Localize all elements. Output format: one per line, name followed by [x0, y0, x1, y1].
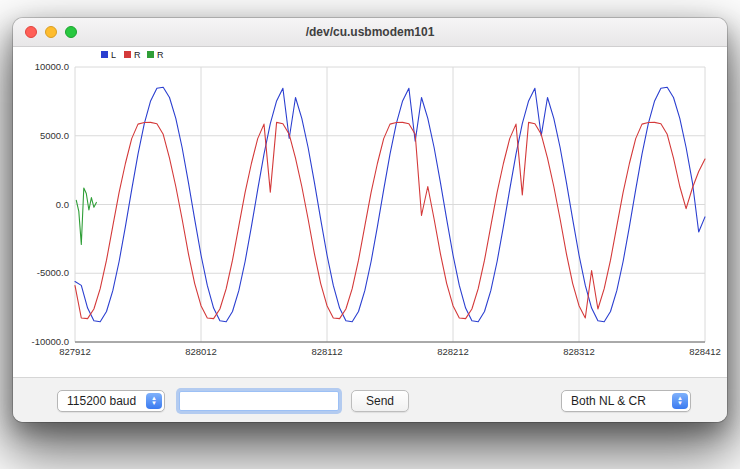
- plot-area: 8279128280128281128282128283128284121000…: [13, 47, 727, 377]
- y-tick-label: 0.0: [56, 199, 69, 210]
- y-tick-label: 10000.0: [35, 61, 69, 72]
- x-tick-label: 828112: [312, 346, 343, 357]
- x-tick-label: 828012: [185, 346, 217, 357]
- x-tick-label: 828412: [689, 346, 721, 357]
- x-tick-label: 827912: [59, 346, 91, 357]
- close-button[interactable]: [25, 26, 37, 38]
- x-tick-label: 828312: [563, 346, 595, 357]
- legend-swatch: [124, 51, 131, 58]
- popup-updown-arrows-icon: ▲▼: [146, 393, 162, 409]
- line-ending-value: Both NL & CR: [562, 394, 672, 408]
- baud-rate-select[interactable]: 115200 baud ▲▼: [57, 390, 165, 412]
- baud-rate-value: 115200 baud: [58, 394, 146, 408]
- bottom-controls-bar: 115200 baud ▲▼ Send Both NL & CR ▲▼: [13, 377, 727, 422]
- y-tick-label: 5000.0: [40, 130, 69, 141]
- legend-swatch: [101, 51, 108, 58]
- popup-updown-arrows-icon: ▲▼: [672, 393, 688, 409]
- desktop-background: /dev/cu.usbmodem101 82791282801282811282…: [0, 0, 740, 469]
- x-tick-label: 828212: [437, 346, 469, 357]
- send-button[interactable]: Send: [351, 390, 409, 412]
- minimize-button[interactable]: [45, 26, 57, 38]
- legend-swatch: [147, 51, 154, 58]
- y-tick-label: -5000.0: [37, 267, 69, 278]
- window-title: /dev/cu.usbmodem101: [13, 25, 727, 39]
- line-ending-select[interactable]: Both NL & CR ▲▼: [561, 390, 691, 412]
- legend-label: R: [134, 50, 141, 60]
- series-line-R2: [76, 188, 96, 244]
- app-window: /dev/cu.usbmodem101 82791282801282811282…: [13, 18, 727, 422]
- serial-plotter-chart: 8279128280128281128282128283128284121000…: [13, 47, 727, 377]
- legend-label: L: [111, 50, 116, 60]
- legend-label: R: [157, 50, 164, 60]
- traffic-lights: [25, 26, 77, 38]
- serial-message-input[interactable]: [179, 391, 339, 411]
- title-bar[interactable]: /dev/cu.usbmodem101: [13, 18, 727, 47]
- y-tick-label: -10000.0: [31, 336, 69, 347]
- zoom-button[interactable]: [65, 26, 77, 38]
